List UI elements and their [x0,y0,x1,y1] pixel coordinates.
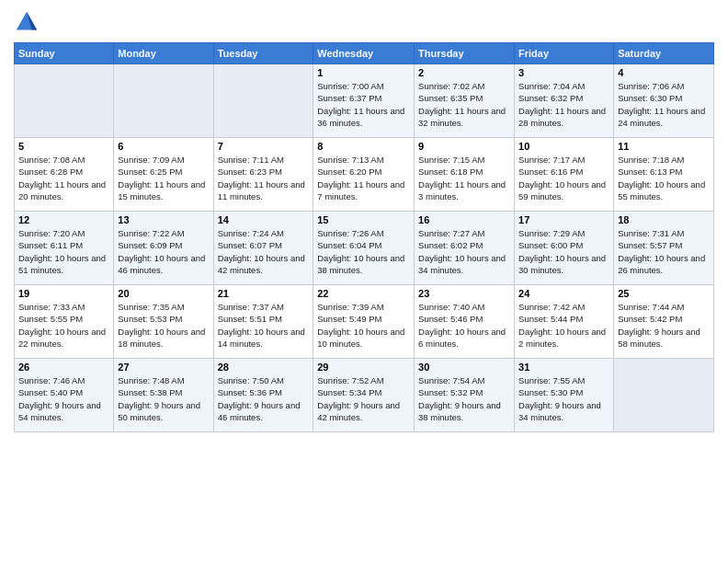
calendar-cell: 4Sunrise: 7:06 AM Sunset: 6:30 PM Daylig… [614,64,714,138]
calendar-cell: 13Sunrise: 7:22 AM Sunset: 6:09 PM Dayli… [114,212,213,285]
logo [14,9,43,35]
calendar-cell: 25Sunrise: 7:44 AM Sunset: 5:42 PM Dayli… [614,285,714,359]
day-number: 18 [618,214,710,225]
page: SundayMondayTuesdayWednesdayThursdayFrid… [0,0,728,563]
calendar-cell: 27Sunrise: 7:48 AM Sunset: 5:38 PM Dayli… [114,359,213,432]
day-info: Sunrise: 7:15 AM Sunset: 6:18 PM Dayligh… [418,154,510,202]
day-info: Sunrise: 7:24 AM Sunset: 6:07 PM Dayligh… [218,227,310,276]
day-info: Sunrise: 7:39 AM Sunset: 5:49 PM Dayligh… [317,301,410,350]
day-number: 23 [418,288,510,299]
calendar-cell: 22Sunrise: 7:39 AM Sunset: 5:49 PM Dayli… [313,285,415,359]
day-info: Sunrise: 7:29 AM Sunset: 6:00 PM Dayligh… [518,227,609,276]
day-info: Sunrise: 7:00 AM Sunset: 6:37 PM Dayligh… [317,80,410,129]
day-info: Sunrise: 7:13 AM Sunset: 6:20 PM Dayligh… [317,154,410,202]
calendar-cell: 30Sunrise: 7:54 AM Sunset: 5:32 PM Dayli… [415,359,515,432]
calendar-row-2: 12Sunrise: 7:20 AM Sunset: 6:11 PM Dayli… [15,212,714,285]
calendar-table: SundayMondayTuesdayWednesdayThursdayFrid… [14,42,714,432]
day-number: 27 [118,362,209,373]
calendar-cell: 3Sunrise: 7:04 AM Sunset: 6:32 PM Daylig… [515,64,614,138]
day-number: 1 [317,67,410,78]
weekday-header-sunday: Sunday [15,43,114,64]
day-info: Sunrise: 7:22 AM Sunset: 6:09 PM Dayligh… [118,227,209,276]
calendar-cell: 24Sunrise: 7:42 AM Sunset: 5:44 PM Dayli… [515,285,614,359]
day-number: 4 [618,67,710,78]
day-info: Sunrise: 7:11 AM Sunset: 6:23 PM Dayligh… [218,154,310,202]
calendar-cell: 2Sunrise: 7:02 AM Sunset: 6:35 PM Daylig… [415,64,515,138]
day-info: Sunrise: 7:52 AM Sunset: 5:34 PM Dayligh… [317,374,410,423]
day-number: 16 [418,214,510,225]
day-info: Sunrise: 7:44 AM Sunset: 5:42 PM Dayligh… [618,301,710,350]
day-info: Sunrise: 7:50 AM Sunset: 5:36 PM Dayligh… [218,374,310,423]
calendar-cell: 14Sunrise: 7:24 AM Sunset: 6:07 PM Dayli… [213,212,313,285]
weekday-header-row: SundayMondayTuesdayWednesdayThursdayFrid… [15,43,714,64]
day-info: Sunrise: 7:09 AM Sunset: 6:25 PM Dayligh… [118,154,209,202]
day-number: 13 [118,214,209,225]
day-number: 17 [518,214,609,225]
day-info: Sunrise: 7:08 AM Sunset: 6:28 PM Dayligh… [18,154,109,202]
day-info: Sunrise: 7:18 AM Sunset: 6:13 PM Dayligh… [618,154,710,202]
day-number: 21 [218,288,310,299]
day-number: 3 [518,67,609,78]
day-info: Sunrise: 7:02 AM Sunset: 6:35 PM Dayligh… [418,80,510,129]
weekday-header-tuesday: Tuesday [213,43,313,64]
calendar-cell: 8Sunrise: 7:13 AM Sunset: 6:20 PM Daylig… [313,138,415,212]
day-info: Sunrise: 7:35 AM Sunset: 5:53 PM Dayligh… [118,301,209,350]
weekday-header-friday: Friday [515,43,614,64]
calendar-cell: 20Sunrise: 7:35 AM Sunset: 5:53 PM Dayli… [114,285,213,359]
day-number: 6 [118,141,209,152]
calendar-cell: 28Sunrise: 7:50 AM Sunset: 5:36 PM Dayli… [213,359,313,432]
day-number: 19 [18,288,109,299]
day-number: 30 [418,362,510,373]
weekday-header-saturday: Saturday [614,43,714,64]
day-info: Sunrise: 7:37 AM Sunset: 5:51 PM Dayligh… [218,301,310,350]
calendar-row-0: 1Sunrise: 7:00 AM Sunset: 6:37 PM Daylig… [15,64,714,138]
day-number: 25 [618,288,710,299]
day-info: Sunrise: 7:48 AM Sunset: 5:38 PM Dayligh… [118,374,209,423]
calendar-cell [213,64,313,138]
day-info: Sunrise: 7:27 AM Sunset: 6:02 PM Dayligh… [418,227,510,276]
day-info: Sunrise: 7:31 AM Sunset: 5:57 PM Dayligh… [618,227,710,276]
calendar-cell [15,64,114,138]
calendar-cell: 21Sunrise: 7:37 AM Sunset: 5:51 PM Dayli… [213,285,313,359]
day-number: 11 [618,141,710,152]
calendar-cell: 29Sunrise: 7:52 AM Sunset: 5:34 PM Dayli… [313,359,415,432]
header [14,9,714,35]
day-number: 31 [518,362,609,373]
calendar-cell: 7Sunrise: 7:11 AM Sunset: 6:23 PM Daylig… [213,138,313,212]
day-info: Sunrise: 7:26 AM Sunset: 6:04 PM Dayligh… [317,227,410,276]
day-info: Sunrise: 7:33 AM Sunset: 5:55 PM Dayligh… [18,301,109,350]
weekday-header-thursday: Thursday [415,43,515,64]
weekday-header-wednesday: Wednesday [313,43,415,64]
day-number: 7 [218,141,310,152]
day-info: Sunrise: 7:06 AM Sunset: 6:30 PM Dayligh… [618,80,710,129]
day-number: 12 [18,214,109,225]
calendar-cell: 15Sunrise: 7:26 AM Sunset: 6:04 PM Dayli… [313,212,415,285]
day-number: 29 [317,362,410,373]
calendar-cell: 12Sunrise: 7:20 AM Sunset: 6:11 PM Dayli… [15,212,114,285]
day-number: 24 [518,288,609,299]
calendar-row-3: 19Sunrise: 7:33 AM Sunset: 5:55 PM Dayli… [15,285,714,359]
day-number: 14 [218,214,310,225]
calendar-cell: 10Sunrise: 7:17 AM Sunset: 6:16 PM Dayli… [515,138,614,212]
calendar-cell [114,64,213,138]
day-info: Sunrise: 7:42 AM Sunset: 5:44 PM Dayligh… [518,301,609,350]
calendar-cell: 11Sunrise: 7:18 AM Sunset: 6:13 PM Dayli… [614,138,714,212]
weekday-header-monday: Monday [114,43,213,64]
logo-icon [14,9,40,35]
calendar-row-4: 26Sunrise: 7:46 AM Sunset: 5:40 PM Dayli… [15,359,714,432]
day-info: Sunrise: 7:17 AM Sunset: 6:16 PM Dayligh… [518,154,609,202]
calendar-cell: 18Sunrise: 7:31 AM Sunset: 5:57 PM Dayli… [614,212,714,285]
day-number: 10 [518,141,609,152]
calendar-cell: 17Sunrise: 7:29 AM Sunset: 6:00 PM Dayli… [515,212,614,285]
day-number: 26 [18,362,109,373]
calendar-cell: 26Sunrise: 7:46 AM Sunset: 5:40 PM Dayli… [15,359,114,432]
day-info: Sunrise: 7:20 AM Sunset: 6:11 PM Dayligh… [18,227,109,276]
calendar-cell [614,359,714,432]
calendar-row-1: 5Sunrise: 7:08 AM Sunset: 6:28 PM Daylig… [15,138,714,212]
day-number: 20 [118,288,209,299]
calendar-cell: 9Sunrise: 7:15 AM Sunset: 6:18 PM Daylig… [415,138,515,212]
calendar-cell: 19Sunrise: 7:33 AM Sunset: 5:55 PM Dayli… [15,285,114,359]
day-number: 22 [317,288,410,299]
day-number: 9 [418,141,510,152]
day-number: 15 [317,214,410,225]
